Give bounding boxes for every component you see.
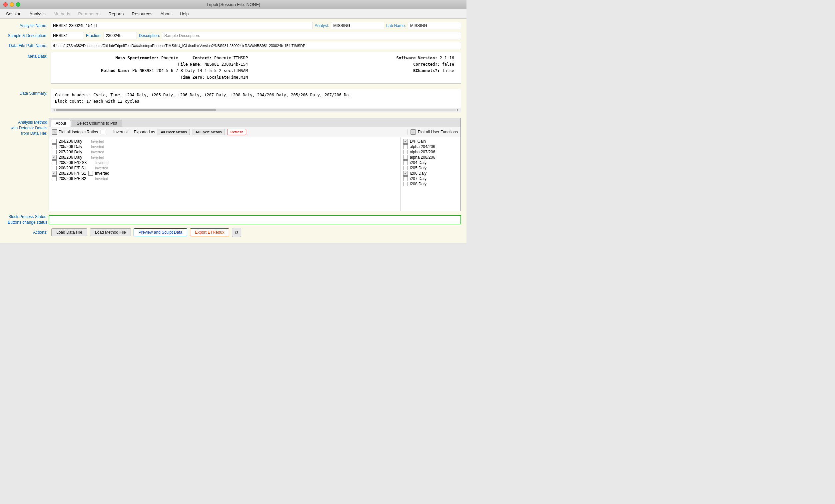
analysis-method-label-col: Analysis Method with Detector Details fr… (5, 118, 49, 211)
ratio-204-inverted: Inverted (91, 139, 104, 143)
uf-i208-checkbox[interactable] (403, 182, 408, 186)
tab-bar: About Select Columns to Plot (49, 118, 461, 127)
all-cycle-means-button[interactable]: All Cycle Means (192, 129, 225, 135)
scroll-thumb[interactable] (56, 109, 216, 111)
uf-i205-checkbox[interactable] (403, 166, 408, 170)
uf-i206-checkbox[interactable] (403, 171, 408, 176)
menu-resources[interactable]: Resources (128, 10, 156, 17)
tab-select-columns[interactable]: Select Columns to Plot (72, 120, 122, 127)
uf-df-gain-label: D/F Gain (410, 139, 426, 144)
minus-user-functions-icon[interactable]: − (410, 129, 416, 135)
scroll-right-arrow[interactable]: ▶ (456, 108, 460, 112)
uf-alpha-208-checkbox[interactable] (403, 155, 408, 160)
method-name-value: Pb NBS981 204-5-6-7-8 Daly 14-1-5-5-2 se… (132, 68, 248, 73)
lab-name-label: Lab Name: (386, 23, 406, 28)
data-summary-line2: Block count: 17 each with 12 cycles (55, 98, 457, 105)
close-button[interactable] (3, 2, 8, 7)
sample-input[interactable] (50, 32, 84, 39)
analyst-label: Analyst: (315, 23, 329, 28)
copy-button[interactable]: ⧉ (232, 228, 241, 237)
uf-i204-label: i204 Daly (410, 160, 427, 165)
maximize-button[interactable] (16, 2, 20, 7)
main-content: Analysis Name: Analyst: Lab Name: Sample… (0, 19, 467, 243)
minimize-button[interactable] (10, 2, 14, 7)
ratio-208-fd-checkbox[interactable] (52, 160, 57, 165)
data-summary-row: Data Summary: Column headers: Cycle, Tim… (5, 89, 461, 115)
scroll-left-arrow[interactable]: ◀ (52, 108, 56, 112)
scroll-track[interactable] (56, 109, 456, 111)
data-summary-box: Column headers: Cycle, Time, i204 Daly, … (50, 89, 461, 112)
ratio-204-checkbox[interactable] (52, 139, 57, 144)
invert-all-label: Invert all (113, 130, 128, 134)
menu-parameters: Parameters (75, 10, 104, 17)
menu-methods: Methods (50, 10, 74, 17)
menu-analysis[interactable]: Analysis (26, 10, 49, 17)
menu-about[interactable]: About (157, 10, 175, 17)
fraction-label: Fraction: (86, 33, 102, 38)
list-item: 208/206 F/F S2 Inverted (52, 176, 398, 181)
uf-alpha-204-checkbox[interactable] (403, 144, 408, 149)
refresh-button[interactable]: Refresh (228, 129, 247, 135)
status-label-line1: Block Process Status: (8, 214, 47, 219)
fraction-input[interactable] (104, 32, 137, 39)
preview-and-sculpt-data-button[interactable]: Preview and Sculpt Data (134, 228, 187, 236)
list-item: 204/206 Daly Inverted (52, 139, 398, 144)
all-block-means-button[interactable]: All Block Means (158, 129, 189, 135)
list-item: 207/206 Daly Inverted (52, 149, 398, 155)
invert-all-checkbox[interactable] (101, 130, 105, 134)
plot-isotopic-btn[interactable]: − Plot all Isotopic Ratios (52, 129, 98, 135)
ratio-205-checkbox[interactable] (52, 144, 57, 149)
uf-list-item: i205 Daly (403, 165, 458, 171)
mass-spectrometer-value: Phoenix (161, 56, 178, 60)
data-summary-line1: Column headers: Cycle, Time, i204 Daly, … (55, 92, 457, 98)
file-name-value: NBS981 230024b-154 (205, 62, 248, 67)
list-item: 208/206 F/F S1 Inverted (52, 165, 398, 171)
lab-name-input[interactable] (408, 22, 461, 29)
ratio-208-label: 208/206 Daly (59, 155, 82, 160)
window-controls[interactable] (3, 2, 20, 7)
mass-spectrometer-row: Mass Spectrometer: Phoenix Context: Phoe… (55, 55, 248, 61)
meta-data-row: Meta Data: Mass Spectrometer: Phoenix Co… (5, 52, 461, 86)
data-file-path-input[interactable] (50, 42, 461, 49)
ratio-208-checkbox[interactable] (52, 155, 57, 160)
ratio-207-label: 207/206 Daly (59, 150, 82, 154)
export-etredux-button[interactable]: Export ETRedux (190, 228, 229, 236)
block-process-status-box (49, 215, 461, 224)
uf-list-item: i207 Daly (403, 176, 458, 181)
menu-help[interactable]: Help (176, 10, 192, 17)
uf-i206-label: i206 Daly (410, 171, 427, 176)
minus-isotopic-icon[interactable]: − (52, 129, 57, 135)
ratio-208-ff1b-inverted-checkbox[interactable] (88, 171, 93, 176)
ratio-208-ff2-checkbox[interactable] (52, 176, 57, 181)
ratio-208-ff1b-checkbox[interactable] (52, 171, 57, 176)
load-data-file-button[interactable]: Load Data File (51, 228, 87, 236)
time-zero-value: LocalDateTime.MIN (207, 75, 248, 80)
tab-about[interactable]: About (50, 120, 71, 127)
ratio-205-inverted: Inverted (91, 145, 104, 149)
menu-reports[interactable]: Reports (105, 10, 127, 17)
copy-icon: ⧉ (235, 230, 238, 235)
description-input[interactable] (162, 32, 461, 39)
ratio-208-ff1-checkbox[interactable] (52, 166, 57, 170)
uf-i204-checkbox[interactable] (403, 160, 408, 165)
uf-alpha-208-label: alpha 208/206 (410, 155, 435, 160)
uf-i207-checkbox[interactable] (403, 176, 408, 181)
window-title: Tripoli [Session File: NONE] (206, 2, 260, 7)
plot-controls: − Plot all Isotopic Ratios Invert all Ex… (49, 127, 461, 137)
uf-alpha-207-checkbox[interactable] (403, 150, 408, 154)
analysis-method-section: Analysis Method with Detector Details fr… (5, 118, 461, 211)
load-method-file-button[interactable]: Load Method File (90, 228, 131, 236)
ratio-204-label: 204/206 Daly (59, 139, 82, 144)
analysis-name-input[interactable] (50, 22, 313, 29)
uf-list-item: i208 Daly (403, 181, 458, 187)
menu-session[interactable]: Session (3, 10, 25, 17)
isotopic-ratios-list: 204/206 Daly Inverted 205/206 Daly Inver… (49, 137, 401, 211)
file-name-row: File Name: NBS981 230024b-154 (55, 61, 248, 68)
uf-df-gain-checkbox[interactable] (403, 139, 408, 144)
analyst-input[interactable] (331, 22, 384, 29)
actions-row: Actions: Load Data File Load Method File… (5, 228, 461, 237)
analysis-method-label: Analysis Method with Detector Details fr… (5, 120, 47, 136)
ratio-208-ff2-label: 208/206 F/F S2 (59, 176, 86, 181)
ratio-207-checkbox[interactable] (52, 150, 57, 154)
horizontal-scrollbar[interactable]: ◀ ▶ (51, 108, 461, 112)
